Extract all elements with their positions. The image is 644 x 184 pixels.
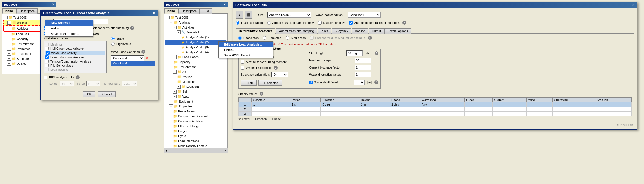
wave-load-condition-select[interactable]: Condition1 xyxy=(111,55,144,61)
current-blockage-input[interactable] xyxy=(355,65,371,70)
td-wind-3[interactable] xyxy=(526,112,552,116)
waveload-cb[interactable] xyxy=(46,51,50,55)
td-seastate-3[interactable] xyxy=(251,112,290,116)
hull-cb[interactable] xyxy=(45,47,49,50)
prepare-gust-cb[interactable] xyxy=(310,36,314,40)
td-order-2[interactable] xyxy=(464,107,492,112)
td-height-1[interactable]: 1 m xyxy=(359,102,390,107)
td-direction-1[interactable]: 0 deg xyxy=(321,102,359,107)
td-stretching-2[interactable] xyxy=(552,107,595,112)
tab-rules[interactable]: Rules xyxy=(318,28,331,34)
tree2-environment[interactable]: - 📁 Environment xyxy=(165,64,226,69)
run-select[interactable]: Analysis1.step(2) xyxy=(267,12,311,18)
td-height-3[interactable] xyxy=(359,112,390,116)
table-row-2[interactable]: 2 xyxy=(239,107,632,112)
tab-deterministic[interactable]: Deterministic seastates xyxy=(236,28,275,34)
tree2-step4[interactable]: ⚡ Analysis1.step(4) xyxy=(165,50,226,55)
context-menu-edit-waveload[interactable]: Edit Wave Load Analysis... xyxy=(219,42,273,47)
exp2-water[interactable]: + xyxy=(173,95,177,98)
td-direction-3[interactable] xyxy=(321,112,359,116)
td-current-1[interactable] xyxy=(492,102,526,107)
ok-button-1[interactable]: OK xyxy=(83,91,95,97)
td-phase-1[interactable]: 1 deg xyxy=(390,102,420,107)
water-depth-help[interactable]: ? xyxy=(374,80,378,84)
water-depth-select[interactable]: 0 xyxy=(354,80,365,85)
pilesoil-cb[interactable] xyxy=(45,64,49,67)
tab-added-mass[interactable]: Added mass and damping xyxy=(276,28,317,34)
expander-properties-1[interactable]: + xyxy=(7,47,11,51)
tree2-analysis[interactable]: - 📁 Analysis xyxy=(165,20,226,25)
tab-morison[interactable]: Morison xyxy=(352,28,368,34)
td-stretching-1[interactable] xyxy=(552,102,595,107)
tree2-step3[interactable]: ⚡ Analysis1.step(3) xyxy=(165,45,226,50)
tab-buoyancy[interactable]: Buoyancy xyxy=(332,28,351,34)
length-select[interactable]: m xyxy=(60,81,74,86)
td-current-3[interactable] xyxy=(492,112,526,116)
context-menu-fields-1[interactable]: Fields... xyxy=(45,26,93,31)
auto-gen-cb[interactable] xyxy=(349,21,353,25)
fem-units-cb[interactable] xyxy=(44,76,47,79)
tree2-soil[interactable]: + 📁 Soil xyxy=(165,89,226,94)
td-period-3[interactable] xyxy=(290,112,321,116)
fill-selected-button[interactable]: Fill selected xyxy=(258,80,282,86)
td-period-2[interactable] xyxy=(290,107,321,112)
scroll-left-2[interactable]: ◄ xyxy=(164,149,167,152)
temperature-select[interactable]: delC xyxy=(122,81,137,86)
tree2-capacity[interactable]: + 📁 Capacity xyxy=(165,60,226,64)
water-depth-cb[interactable] xyxy=(309,81,313,84)
exp2-equipment[interactable]: + xyxy=(169,100,173,103)
tree2-location1[interactable]: + 📁 Location1 xyxy=(165,84,226,89)
scroll-right-2[interactable]: ► xyxy=(224,149,227,152)
close-create-dialog[interactable]: ✕ xyxy=(153,11,155,15)
context-menu-save-html-1[interactable]: Save HTML Report... xyxy=(45,31,93,36)
tree2-equipment[interactable]: + 📁 Equipment xyxy=(165,99,226,104)
td-wave-mod-2[interactable] xyxy=(420,107,465,112)
td-height-2[interactable] xyxy=(359,107,390,112)
tree2-hydro[interactable]: 📁 Hydro xyxy=(165,134,226,138)
data-check-cb[interactable] xyxy=(318,21,322,25)
table-row-1[interactable]: 1 1 1 s 0 deg 1 m 1 deg Airy xyxy=(239,102,632,107)
activity-waveload[interactable]: Wave Load Activity xyxy=(45,51,105,55)
expander-analysis[interactable]: - xyxy=(7,21,11,25)
exp2-analysis1[interactable]: - xyxy=(177,30,181,34)
exp2-analysis[interactable]: - xyxy=(169,21,173,24)
tab-special[interactable]: Special options xyxy=(384,28,411,34)
single-step-radio[interactable] xyxy=(286,36,289,40)
num-steps-input[interactable] xyxy=(355,58,371,63)
tree2-loadcases[interactable]: + 📁 Load Cases xyxy=(165,55,226,60)
td-step-len-1[interactable] xyxy=(595,102,631,107)
fem-units-help[interactable]: ? xyxy=(76,75,80,79)
added-mass-radio[interactable] xyxy=(267,21,271,25)
exp2-soil[interactable]: + xyxy=(173,90,177,94)
td-phase-2[interactable] xyxy=(390,107,420,112)
td-wind-1[interactable] xyxy=(526,102,552,107)
specify-value-help[interactable]: ? xyxy=(260,92,263,96)
td-order-1[interactable] xyxy=(464,102,492,107)
expander-capacity[interactable]: + xyxy=(7,37,11,41)
condition1-item[interactable]: Condition1 xyxy=(111,61,155,66)
td-wind-2[interactable] xyxy=(526,107,552,112)
expander-environment-1[interactable]: + xyxy=(7,42,11,46)
tree2-step1[interactable]: ⚡ Analysis1.step(1) xyxy=(165,35,226,40)
tab-name-2[interactable]: Name xyxy=(164,8,179,14)
tree2-compartment[interactable]: 📁 Compartment Content xyxy=(165,114,226,119)
expander-equipment-1[interactable]: + xyxy=(7,52,11,56)
eigenvalue-radio[interactable] xyxy=(111,42,115,46)
exp2-environment[interactable]: - xyxy=(169,65,173,69)
expander-structure-1[interactable]: + xyxy=(7,57,11,61)
tension-cb[interactable] xyxy=(45,60,49,63)
tree2-air[interactable]: - 📁 Air xyxy=(165,69,226,74)
tree2-test0003[interactable]: - 📁 Test-0003 xyxy=(165,15,226,20)
step-length-input[interactable] xyxy=(346,50,363,56)
linear-cb[interactable] xyxy=(45,55,49,59)
phase-step-radio[interactable] xyxy=(238,36,242,40)
load-calc-radio[interactable] xyxy=(236,21,239,25)
tree2-directions[interactable]: 📁 Directions xyxy=(165,79,226,84)
max-overturning-cb[interactable] xyxy=(241,60,244,64)
expander-test0003[interactable]: - xyxy=(4,16,8,19)
wheeler-cb[interactable] xyxy=(241,66,244,70)
time-step-radio[interactable] xyxy=(263,36,266,40)
stop-icon[interactable]: ⬛ xyxy=(245,11,252,19)
exp2-properties[interactable]: - xyxy=(169,104,173,108)
wave-condition-select[interactable]: Condition1 xyxy=(348,12,381,18)
